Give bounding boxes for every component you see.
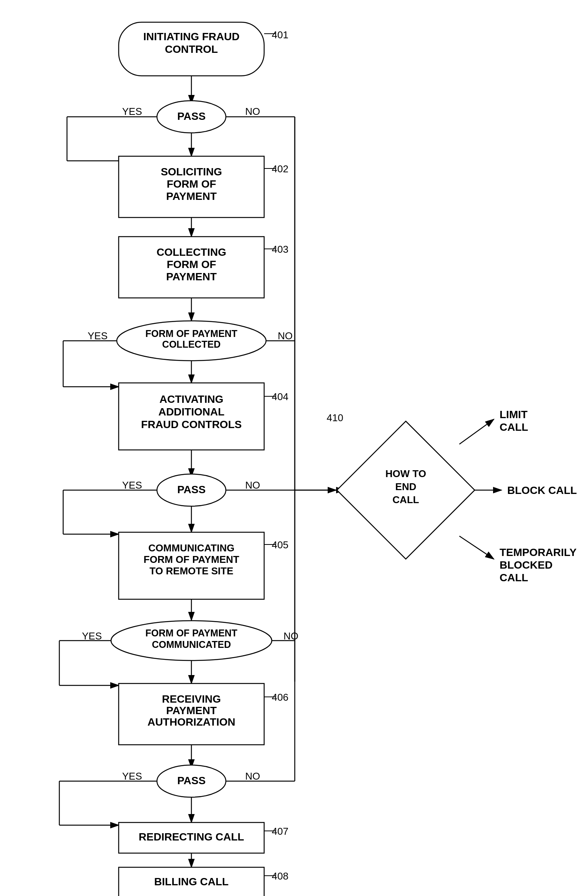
start-label: INITIATING FRAUD	[143, 31, 239, 43]
temp-blocked-line3: CALL	[500, 572, 528, 584]
block-call-label: BLOCK CALL	[507, 484, 577, 496]
yes2-label: YES	[88, 330, 108, 342]
yes4-label: YES	[82, 630, 102, 642]
n405-line2: FORM OF PAYMENT	[144, 554, 239, 565]
no3-label: NO	[245, 479, 260, 491]
start-label2: CONTROL	[165, 43, 218, 55]
no4-label: NO	[284, 630, 299, 642]
n406-line3: AUTHORIZATION	[147, 716, 235, 728]
n402-line3: PAYMENT	[166, 190, 217, 202]
label-401: 401	[272, 29, 288, 41]
n407-label: REDIRECTING CALL	[139, 831, 244, 843]
svg-line-57	[459, 419, 494, 444]
fop-communicated-line1: FORM OF PAYMENT	[145, 628, 237, 638]
how-end-line2: END	[395, 481, 416, 492]
svg-line-59	[459, 536, 494, 559]
n406-line1: RECEIVING	[162, 693, 221, 705]
yes1-label: YES	[122, 106, 142, 117]
limit-call-label: LIMIT	[500, 409, 528, 420]
temp-blocked-line1: TEMPORARILY	[500, 546, 577, 558]
n408-label: BILLING CALL	[154, 876, 229, 888]
how-end-line1: HOW TO	[385, 468, 426, 479]
n403-line3: PAYMENT	[166, 271, 217, 283]
n405-line3: TO REMOTE SITE	[149, 565, 233, 577]
n403-line1: COLLECTING	[157, 246, 226, 258]
no1-label: NO	[245, 106, 260, 117]
limit-call-label2: CALL	[500, 421, 528, 433]
yes3-label: YES	[122, 479, 142, 491]
n404-line1: ACTIVATING	[160, 393, 224, 405]
fop-collected-line2: COLLECTED	[162, 339, 221, 350]
temp-blocked-line2: BLOCKED	[500, 559, 552, 571]
no5-label: NO	[245, 770, 260, 782]
flowchart-diagram: INITIATING FRAUD CONTROL 401 PASS YES NO…	[0, 0, 588, 896]
pass3-label: PASS	[177, 775, 206, 786]
yes5-label: YES	[122, 770, 142, 782]
label-410: 410	[327, 412, 343, 423]
n404-line3: FRAUD CONTROLS	[141, 419, 242, 430]
pass2-label: PASS	[177, 484, 206, 495]
n403-line2: FORM OF	[167, 258, 216, 270]
fop-collected-line1: FORM OF PAYMENT	[145, 328, 237, 339]
n402-line2: FORM OF	[167, 178, 216, 190]
how-end-line3: CALL	[392, 494, 419, 505]
n402-line1: SOLICITING	[161, 166, 222, 178]
no2-label: NO	[278, 330, 293, 342]
n406-line2: PAYMENT	[166, 705, 217, 716]
n404-line2: ADDITIONAL	[158, 406, 225, 418]
fop-communicated-line2: COMMUNICATED	[152, 639, 231, 650]
n405-line1: COMMUNICATING	[149, 542, 235, 554]
pass1-label: PASS	[177, 110, 206, 122]
